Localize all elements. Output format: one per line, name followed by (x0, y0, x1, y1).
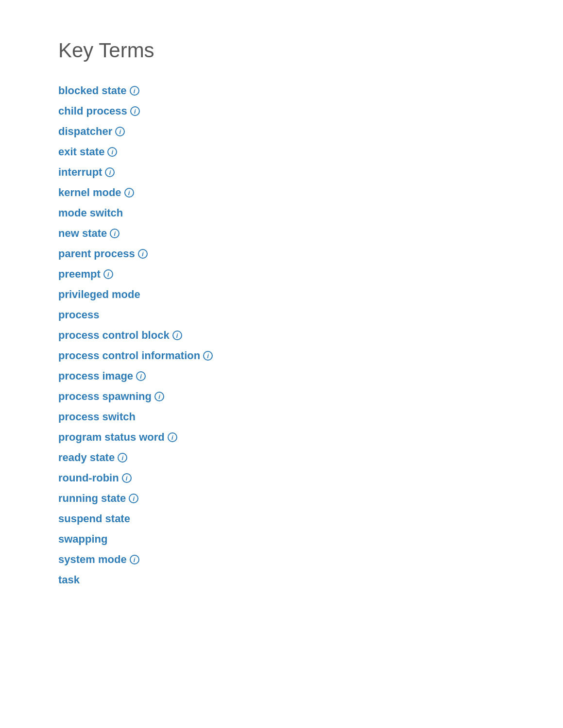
term-link-mode-switch[interactable]: mode switch (58, 207, 123, 219)
info-icon[interactable]: i (105, 167, 115, 177)
page-title: Key Terms (58, 39, 505, 62)
info-icon[interactable]: i (115, 127, 125, 136)
list-item: blocked statei (58, 82, 505, 100)
list-item: system modei (58, 550, 505, 569)
list-item: kernel modei (58, 183, 505, 202)
term-link-round-robin[interactable]: round-robin (58, 472, 119, 484)
info-icon[interactable]: i (124, 188, 134, 198)
list-item: suspend state (58, 510, 505, 528)
term-link-new-state[interactable]: new state (58, 227, 107, 240)
list-item: child processi (58, 102, 505, 120)
term-link-blocked-state[interactable]: blocked state (58, 84, 127, 97)
term-link-process[interactable]: process (58, 309, 99, 321)
list-item: dispatcheri (58, 122, 505, 141)
list-item: process spawningi (58, 387, 505, 406)
list-item: running statei (58, 489, 505, 508)
info-icon[interactable]: i (168, 432, 177, 442)
list-item: interrupti (58, 163, 505, 182)
term-link-running-state[interactable]: running state (58, 492, 126, 505)
list-item: process control informationi (58, 347, 505, 365)
term-link-process-control-information[interactable]: process control information (58, 349, 200, 362)
list-item: ready statei (58, 448, 505, 467)
term-link-exit-state[interactable]: exit state (58, 146, 104, 158)
list-item: round-robini (58, 469, 505, 487)
term-link-kernel-mode[interactable]: kernel mode (58, 186, 121, 199)
list-item: mode switch (58, 204, 505, 222)
term-link-system-mode[interactable]: system mode (58, 553, 127, 566)
info-icon[interactable]: i (138, 249, 148, 259)
term-link-process-switch[interactable]: process switch (58, 411, 136, 423)
info-icon[interactable]: i (130, 106, 140, 116)
term-link-ready-state[interactable]: ready state (58, 451, 115, 464)
list-item: process (58, 306, 505, 324)
info-icon[interactable]: i (203, 351, 213, 361)
term-link-privileged-mode[interactable]: privileged mode (58, 288, 140, 301)
term-link-preempt[interactable]: preempt (58, 268, 101, 281)
info-icon[interactable]: i (118, 453, 127, 463)
list-item: exit statei (58, 143, 505, 161)
list-item: swapping (58, 530, 505, 548)
term-link-parent-process[interactable]: parent process (58, 248, 135, 260)
info-icon[interactable]: i (103, 269, 113, 279)
term-link-task[interactable]: task (58, 574, 80, 586)
info-icon[interactable]: i (122, 473, 132, 483)
term-link-interrupt[interactable]: interrupt (58, 166, 102, 179)
term-link-process-control-block[interactable]: process control block (58, 329, 170, 342)
terms-list: blocked stateichild processidispatcherie… (58, 82, 505, 589)
list-item: program status wordi (58, 428, 505, 447)
term-link-suspend-state[interactable]: suspend state (58, 513, 130, 525)
term-link-dispatcher[interactable]: dispatcher (58, 125, 112, 138)
page-container: Key Terms blocked stateichild processidi… (0, 0, 563, 628)
info-icon[interactable]: i (107, 147, 117, 157)
list-item: preempti (58, 265, 505, 283)
list-item: parent processi (58, 245, 505, 263)
list-item: process switch (58, 408, 505, 426)
term-link-child-process[interactable]: child process (58, 105, 127, 117)
term-link-swapping[interactable]: swapping (58, 533, 107, 546)
list-item: process control blocki (58, 326, 505, 345)
info-icon[interactable]: i (129, 494, 138, 503)
info-icon[interactable]: i (172, 331, 182, 340)
info-icon[interactable]: i (136, 371, 146, 381)
info-icon[interactable]: i (154, 392, 164, 401)
term-link-program-status-word[interactable]: program status word (58, 431, 165, 444)
term-link-process-spawning[interactable]: process spawning (58, 390, 152, 403)
list-item: process imagei (58, 367, 505, 385)
info-icon[interactable]: i (110, 229, 119, 238)
list-item: privileged mode (58, 285, 505, 304)
list-item: task (58, 571, 505, 589)
info-icon[interactable]: i (130, 555, 139, 564)
info-icon[interactable]: i (130, 86, 139, 96)
term-link-process-image[interactable]: process image (58, 370, 133, 382)
list-item: new statei (58, 224, 505, 243)
